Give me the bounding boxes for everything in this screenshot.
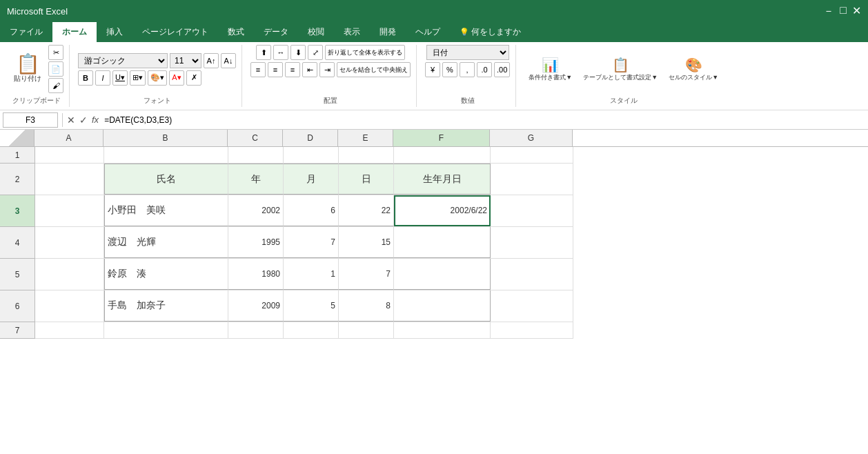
increase-decimal-button[interactable]: .00 [494, 62, 510, 77]
formula-input[interactable] [104, 115, 865, 125]
border-button[interactable]: ⊞▾ [130, 70, 146, 86]
cell-F7[interactable] [394, 322, 491, 338]
number-format-select[interactable]: 日付 [426, 45, 509, 60]
cell-C7[interactable] [228, 322, 284, 338]
cell-E7[interactable] [339, 322, 394, 338]
col-header-A[interactable]: A [34, 130, 103, 146]
cell-B4[interactable]: 渡辺 光輝 [104, 227, 228, 258]
cell-C5[interactable]: 1980 [228, 259, 284, 290]
row-header-5[interactable]: 5 [0, 259, 34, 290]
col-header-C[interactable]: C [228, 130, 283, 146]
align-left-button[interactable]: ≡ [250, 62, 266, 77]
tab-home[interactable]: ホーム [52, 22, 97, 42]
row-header-4[interactable]: 4 [0, 227, 34, 259]
cell-G3[interactable] [491, 195, 573, 226]
cell-B6[interactable]: 手島 加奈子 [104, 290, 228, 322]
tab-search[interactable]: 💡 何をしますか [450, 22, 531, 42]
tab-developer[interactable]: 開発 [370, 22, 406, 42]
decrease-indent-button[interactable]: ⇤ [302, 62, 317, 77]
shrink-font-button[interactable]: A↓ [221, 53, 236, 68]
bold-button[interactable]: B [78, 70, 93, 86]
row-header-1[interactable]: 1 [0, 147, 34, 164]
row-header-6[interactable]: 6 [0, 290, 34, 322]
cell-C2[interactable]: 年 [228, 164, 284, 195]
cell-B7[interactable] [104, 322, 228, 338]
cell-G7[interactable] [491, 322, 573, 338]
cell-F3[interactable]: 2002/6/22 [394, 195, 491, 226]
conditional-format-button[interactable]: 📊 条件付き書式▼ [524, 54, 576, 85]
tab-page-layout[interactable]: ページレイアウト [132, 22, 218, 42]
cell-D5[interactable]: 1 [284, 259, 339, 290]
cell-A4[interactable] [35, 227, 104, 258]
underline-button[interactable]: U▾ [112, 70, 128, 86]
maximize-btn[interactable]: □ [840, 4, 847, 19]
increase-indent-button[interactable]: ⇥ [319, 62, 335, 77]
cell-C3[interactable]: 2002 [228, 195, 284, 226]
cell-B3[interactable]: 小野田 美咲 [104, 195, 228, 226]
percent-button[interactable]: % [442, 62, 457, 77]
cell-F6[interactable] [394, 290, 491, 322]
cell-G5[interactable] [491, 259, 573, 290]
cell-A2[interactable] [35, 164, 104, 195]
cell-A5[interactable] [35, 259, 104, 290]
format-painter-button[interactable]: 🖌 [48, 78, 63, 93]
row-header-2[interactable]: 2 [0, 164, 34, 195]
align-center-button[interactable]: ≡ [268, 62, 283, 77]
col-header-F[interactable]: F [393, 130, 490, 146]
cell-F4[interactable] [394, 227, 491, 258]
tab-insert[interactable]: 挿入 [97, 22, 132, 42]
cell-B2[interactable]: 氏名 [104, 164, 228, 195]
align-right-button[interactable]: ≡ [285, 62, 300, 77]
grow-font-button[interactable]: A↑ [204, 53, 219, 68]
font-size-select[interactable]: 11 [170, 53, 201, 68]
table-format-button[interactable]: 📋 テーブルとして書式設定▼ [579, 54, 662, 85]
comma-button[interactable]: , [460, 62, 475, 77]
cell-E2[interactable]: 日 [339, 164, 394, 195]
cell-G1[interactable] [491, 147, 573, 163]
row-header-3[interactable]: 3 [0, 195, 34, 227]
col-header-G[interactable]: G [490, 130, 573, 146]
confirm-formula-icon[interactable]: ✓ [79, 115, 88, 126]
window-controls[interactable]: － □ ✕ [823, 4, 861, 19]
tab-formulas[interactable]: 数式 [218, 22, 254, 42]
cell-D3[interactable]: 6 [284, 195, 339, 226]
minimize-btn[interactable]: － [823, 4, 834, 19]
cell-D6[interactable]: 5 [284, 290, 339, 322]
tab-help[interactable]: ヘルプ [406, 22, 450, 42]
wrap-text-button[interactable]: 折り返して全体を表示する [325, 45, 405, 60]
cell-F1[interactable] [394, 147, 491, 163]
tab-data[interactable]: データ [254, 22, 298, 42]
cell-E6[interactable]: 8 [339, 290, 394, 322]
orientation-button[interactable]: ⤢ [308, 45, 323, 60]
font-color-button[interactable]: A▾ [169, 70, 184, 86]
cell-F5[interactable] [394, 259, 491, 290]
merge-center-button[interactable]: セルを結合して中央揃え [337, 62, 411, 77]
strikethrough-button[interactable]: ✗ [186, 70, 201, 86]
tab-review[interactable]: 校閲 [298, 22, 334, 42]
cell-C4[interactable]: 1995 [228, 227, 284, 258]
cell-A6[interactable] [35, 290, 104, 322]
cell-E3[interactable]: 22 [339, 195, 394, 226]
close-btn[interactable]: ✕ [852, 4, 861, 19]
cancel-formula-icon[interactable]: ✕ [67, 115, 75, 126]
cell-D7[interactable] [284, 322, 339, 338]
cell-C1[interactable] [228, 147, 284, 163]
cell-A7[interactable] [35, 322, 104, 338]
copy-button[interactable]: 📄 [48, 61, 63, 77]
cell-F2[interactable]: 生年月日 [394, 164, 491, 195]
cell-G4[interactable] [491, 227, 573, 258]
cell-A1[interactable] [35, 147, 104, 163]
col-header-B[interactable]: B [103, 130, 228, 146]
tab-view[interactable]: 表示 [334, 22, 370, 42]
cell-reference-box[interactable] [3, 112, 58, 128]
tab-file[interactable]: ファイル [0, 22, 52, 42]
accounting-format-button[interactable]: ¥ [425, 62, 440, 77]
align-bottom-button[interactable]: ⬇ [290, 45, 306, 60]
row-header-7[interactable]: 7 [0, 322, 34, 339]
cell-D1[interactable] [284, 147, 339, 163]
cut-button[interactable]: ✂ [48, 45, 63, 60]
cell-B1[interactable] [104, 147, 228, 163]
paste-button[interactable]: 📋 貼り付け [10, 52, 46, 86]
font-name-select[interactable]: 游ゴシック [78, 53, 168, 68]
fill-color-button[interactable]: 🎨▾ [148, 70, 167, 86]
